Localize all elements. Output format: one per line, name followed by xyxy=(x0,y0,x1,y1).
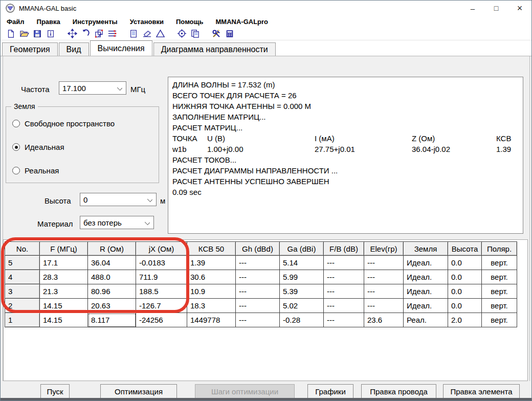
tab-calculations[interactable]: Вычисления xyxy=(90,40,152,56)
ground-groupbox: Земля Свободное пространство Идеальная Р… xyxy=(6,106,159,183)
chevron-down-icon[interactable] xyxy=(145,220,150,225)
material-label: Материал xyxy=(37,219,73,228)
tab-view[interactable]: Вид xyxy=(59,42,89,56)
table-row: 2 14.15 20.63 -126.7 18.3 --- 5.02 --- -… xyxy=(5,299,517,313)
col-swr[interactable]: КСВ 50 xyxy=(187,242,236,256)
tools-icon[interactable] xyxy=(211,29,221,39)
triangle-icon[interactable] xyxy=(155,29,165,39)
col-no[interactable]: No. xyxy=(5,242,40,256)
wire-list-icon[interactable] xyxy=(107,29,117,39)
height-unit: м xyxy=(160,196,165,205)
ground-option-label: Идеальная xyxy=(25,143,64,151)
optimization-button[interactable]: Оптимизация xyxy=(100,384,177,398)
ground-option-free-space[interactable]: Свободное пространство xyxy=(12,119,115,128)
table-row: 5 17.1 36.04 -0.0183 1.39 --- 5.14 --- -… xyxy=(5,256,517,270)
minimize-button[interactable]: – xyxy=(461,1,484,16)
radio-icon[interactable] xyxy=(12,120,20,127)
text-view-icon[interactable] xyxy=(128,29,139,39)
log-point-row: w1b 1.00+j0.00 27.75+j0.01 36.04-j0.02 1… xyxy=(172,144,519,154)
edit-element-button[interactable]: Правка элемента xyxy=(443,384,520,398)
move-icon[interactable] xyxy=(67,29,77,39)
ground-option-label: Свободное пространство xyxy=(25,119,115,128)
edit-wire-button[interactable]: Правка провода xyxy=(361,384,436,398)
radio-selected-icon[interactable] xyxy=(12,143,20,151)
ground-option-real[interactable]: Реальная xyxy=(12,166,59,175)
calculation-log: ДЛИНА ВОЛНЫ = 17.532 (m) ВСЕГО ТОЧЕК ДЛЯ… xyxy=(168,77,523,234)
app-logo-icon xyxy=(6,4,15,13)
col-ga[interactable]: Ga (dBi) xyxy=(280,242,324,256)
graphs-button[interactable]: Графики xyxy=(307,384,353,398)
tab-strip: Геометрия Вид Вычисления Диаграмма напра… xyxy=(1,40,531,56)
log-line: РАСЧЕТ МАТРИЦ... xyxy=(172,122,519,133)
results-header-row: No. F (МГц) R (Ом) jX (Ом) КСВ 50 Gh (dB… xyxy=(5,242,517,256)
tab-geometry[interactable]: Геометрия xyxy=(2,42,58,56)
table-row: 1 14.15 8.117 -24256 1449778 --- -0.28 -… xyxy=(5,313,517,327)
col-f[interactable]: F (МГц) xyxy=(40,242,88,256)
scale-window-icon[interactable] xyxy=(94,29,104,39)
new-file-icon[interactable] xyxy=(6,29,16,39)
table-row: 4 28.3 488.0 711.9 30.6 --- 5.99 --- ---… xyxy=(5,270,517,284)
height-value: 0 xyxy=(83,195,87,204)
height-label: Высота xyxy=(45,196,71,205)
results-table: No. F (МГц) R (Ом) jX (Ом) КСВ 50 Gh (dB… xyxy=(5,241,517,327)
col-elev[interactable]: Elev(гр) xyxy=(364,242,404,256)
log-line: ДЛИНА ВОЛНЫ = 17.532 (m) xyxy=(172,79,519,90)
material-combobox[interactable]: без потерь xyxy=(80,216,154,229)
frequency-unit: МГц xyxy=(130,85,145,94)
log-line: 0.09 sec xyxy=(172,187,519,197)
window-bottom-edge xyxy=(1,398,532,401)
material-value: без потерь xyxy=(83,218,122,227)
log-line: ЗАПОЛНЕНИЕ МАТРИЦ... xyxy=(172,112,519,122)
ground-option-label: Реальная xyxy=(25,166,59,175)
frequency-value: 17.100 xyxy=(62,84,86,93)
app-window: MMANA-GAL basic – □ × Файл Правка Инстру… xyxy=(0,0,532,401)
menu-settings[interactable]: Установки xyxy=(124,16,170,27)
col-jx[interactable]: jX (Ом) xyxy=(136,242,187,256)
menu-mmana-galpro[interactable]: MMANA-GALpro xyxy=(209,16,274,27)
copy-icon[interactable] xyxy=(190,29,200,39)
log-line: НИЖНЯЯ ТОЧКА АНТЕННЫ = 0.000 М xyxy=(172,101,519,112)
window-title: MMANA-GAL basic xyxy=(19,5,76,12)
ground-group-label: Земля xyxy=(11,102,38,110)
chevron-down-icon[interactable] xyxy=(147,197,152,202)
frequency-label: Частота xyxy=(21,85,50,94)
title-bar: MMANA-GAL basic – □ × xyxy=(1,1,531,16)
button-bar: Пуск Оптимизация Шаги оптимизации График… xyxy=(1,381,532,398)
run-button[interactable]: Пуск xyxy=(40,384,70,398)
menu-file[interactable]: Файл xyxy=(1,16,31,27)
col-height[interactable]: Высота xyxy=(448,242,482,256)
log-line: РАСЧЕТ АНТЕННЫ УСПЕШНО ЗАВЕРШЕН xyxy=(172,176,519,187)
col-polar[interactable]: Поляр. xyxy=(482,242,517,256)
col-fb[interactable]: F/B (dB) xyxy=(324,242,364,256)
col-r[interactable]: R (Ом) xyxy=(88,242,136,256)
ground-option-ideal[interactable]: Идеальная xyxy=(12,143,64,151)
menu-help[interactable]: Помощь xyxy=(170,16,209,27)
chevron-down-icon[interactable] xyxy=(117,85,122,91)
info-icon[interactable] xyxy=(46,29,56,39)
radio-icon[interactable] xyxy=(12,167,20,174)
menu-tools[interactable]: Инструменты xyxy=(66,16,124,27)
focused-cell[interactable]: 8.117 xyxy=(88,313,136,327)
height-combobox[interactable]: 0 xyxy=(80,193,157,206)
open-folder-icon[interactable] xyxy=(19,29,29,39)
eraser-icon[interactable] xyxy=(142,29,152,39)
frequency-combobox[interactable]: 17.100 xyxy=(59,81,126,95)
rotate-icon[interactable] xyxy=(80,29,91,39)
log-line: РАСЧЕТ ТОКОВ... xyxy=(172,154,519,165)
menu-bar: Файл Правка Инструменты Установки Помощь… xyxy=(1,16,531,27)
tab-pattern[interactable]: Диаграмма направленности xyxy=(153,42,276,56)
log-line: ВСЕГО ТОЧЕК ДЛЯ РАСЧЕТА = 26 xyxy=(172,90,519,101)
col-ground[interactable]: Земля xyxy=(404,242,448,256)
target-icon[interactable] xyxy=(176,29,187,39)
maximize-button[interactable]: □ xyxy=(484,1,508,16)
save-icon[interactable] xyxy=(32,29,42,39)
table-row: 3 21.3 80.96 188.5 10.9 --- 5.39 --- ---… xyxy=(5,284,517,299)
log-line: РАСЧЕТ ДИАГРАММЫ НАПРАВЛЕННОСТИ ... xyxy=(172,165,519,176)
calculations-page: Частота 17.100 МГц Земля Свободное прост… xyxy=(1,56,532,398)
optimization-steps-button: Шаги оптимизации xyxy=(195,384,295,398)
col-gh[interactable]: Gh (dBd) xyxy=(236,242,280,256)
menu-edit[interactable]: Правка xyxy=(31,16,66,27)
toolbar xyxy=(1,27,531,40)
calculator-icon[interactable] xyxy=(225,29,235,39)
close-button[interactable]: × xyxy=(508,1,531,16)
